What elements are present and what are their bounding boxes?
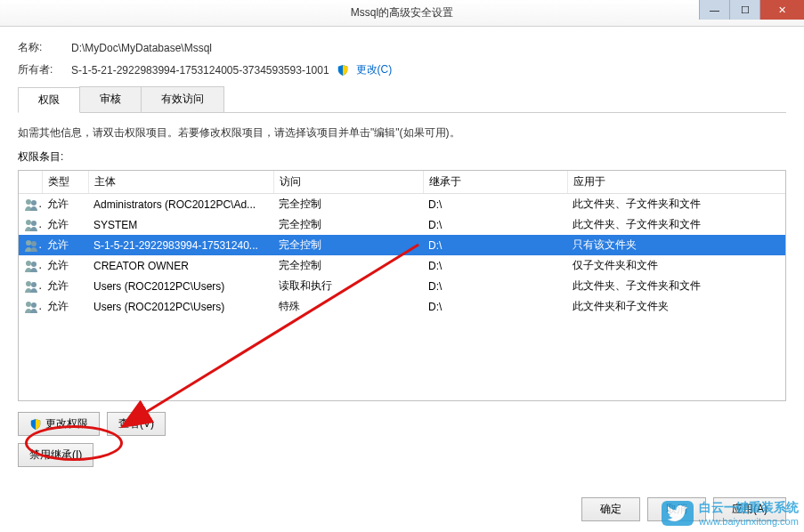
- tab-2[interactable]: 有效访问: [141, 86, 224, 112]
- col-applies-header[interactable]: 应用于: [567, 171, 785, 194]
- shield-icon: [337, 64, 349, 77]
- tabs: 权限审核有效访问: [18, 86, 786, 113]
- col-principal-header[interactable]: 主体: [88, 171, 273, 194]
- svg-point-2: [26, 220, 31, 225]
- window-title: Mssql的高级安全设置: [351, 5, 453, 20]
- table-row[interactable]: 允许CREATOR OWNER完全控制D:\仅子文件夹和文件: [19, 255, 785, 276]
- table-row[interactable]: 允许S-1-5-21-2922983994-17531240...完全控制D:\…: [19, 235, 785, 255]
- instructions-text: 如需其他信息，请双击权限项目。若要修改权限项目，请选择该项目并单击"编辑"(如果…: [18, 125, 786, 141]
- svg-point-9: [31, 282, 37, 287]
- ok-button[interactable]: 确定: [581, 497, 640, 521]
- svg-point-10: [26, 302, 31, 307]
- watermark-logo-icon: [662, 501, 694, 526]
- titlebar: Mssql的高级安全设置 — ☐ ✕: [0, 0, 804, 27]
- table-row[interactable]: 允许Users (ROC2012PC\Users)读取和执行D:\此文件夹、子文…: [19, 276, 785, 296]
- col-icon-header[interactable]: [19, 171, 42, 194]
- ok-label: 确定: [600, 502, 621, 517]
- cell-type: 允许: [42, 276, 88, 296]
- table-row[interactable]: 允许SYSTEM完全控制D:\此文件夹、子文件夹和文件: [19, 214, 785, 235]
- col-type-header[interactable]: 类型: [42, 171, 88, 194]
- cell-applies_to: 此文件夹、子文件夹和文件: [567, 276, 785, 296]
- cell-inherited_from: D:\: [423, 296, 567, 317]
- name-label: 名称:: [18, 40, 71, 55]
- cell-access: 完全控制: [273, 235, 423, 255]
- cell-inherited_from: D:\: [423, 214, 567, 235]
- cell-access: 完全控制: [273, 194, 423, 215]
- cell-principal: SYSTEM: [88, 214, 273, 235]
- cell-access: 读取和执行: [273, 276, 423, 296]
- permissions-list[interactable]: 类型 主体 访问 继承于 应用于 允许Administrators (ROC20…: [18, 170, 786, 401]
- svg-point-3: [31, 221, 37, 226]
- table-row[interactable]: 允许Users (ROC2012PC\Users)特殊D:\此文件夹和子文件夹: [19, 296, 785, 317]
- close-button[interactable]: ✕: [759, 0, 804, 20]
- svg-point-8: [26, 281, 31, 286]
- watermark-text2: www.baiyunxitong.com: [699, 516, 799, 527]
- cell-principal: Users (ROC2012PC\Users): [88, 296, 273, 317]
- users-icon: [24, 238, 38, 253]
- col-access-header[interactable]: 访问: [273, 171, 423, 194]
- cell-applies_to: 此文件夹、子文件夹和文件: [567, 194, 785, 215]
- cell-access: 完全控制: [273, 214, 423, 235]
- cell-inherited_from: D:\: [423, 235, 567, 255]
- cell-principal: Administrators (ROC2012PC\Ad...: [88, 194, 273, 215]
- svg-point-1: [31, 200, 37, 206]
- cell-inherited_from: D:\: [423, 255, 567, 276]
- cell-inherited_from: D:\: [423, 194, 567, 215]
- maximize-button[interactable]: ☐: [729, 0, 759, 20]
- watermark: 白云一键重装系统 www.baiyunxitong.com: [662, 500, 799, 527]
- svg-point-7: [31, 262, 37, 267]
- minimize-button[interactable]: —: [699, 0, 729, 20]
- entries-label: 权限条目:: [18, 149, 786, 165]
- tab-0[interactable]: 权限: [18, 87, 80, 113]
- view-label: 查看(V): [118, 416, 154, 431]
- cell-principal: S-1-5-21-2922983994-17531240...: [88, 235, 273, 255]
- name-value: D:\MyDoc\MyDatabase\Mssql: [71, 42, 212, 54]
- svg-point-0: [26, 199, 31, 205]
- shield-icon: [29, 418, 42, 431]
- users-icon: [24, 197, 38, 212]
- change-owner-link[interactable]: 更改(C): [356, 62, 393, 77]
- cell-access: 特殊: [273, 296, 423, 317]
- users-icon: [24, 218, 38, 232]
- cell-type: 允许: [42, 296, 88, 317]
- cell-inherited_from: D:\: [423, 276, 567, 296]
- users-icon: [24, 279, 38, 294]
- view-button[interactable]: 查看(V): [107, 412, 166, 436]
- cell-type: 允许: [42, 194, 88, 215]
- users-icon: [24, 300, 38, 314]
- cell-access: 完全控制: [273, 255, 423, 276]
- owner-label: 所有者:: [18, 62, 71, 77]
- watermark-text1: 白云一键重装系统: [699, 500, 799, 516]
- cell-principal: Users (ROC2012PC\Users): [88, 276, 273, 296]
- svg-point-4: [26, 240, 31, 246]
- svg-point-5: [31, 241, 37, 246]
- svg-point-11: [31, 302, 37, 308]
- cell-principal: CREATOR OWNER: [88, 255, 273, 276]
- cell-applies_to: 此文件夹、子文件夹和文件: [567, 214, 785, 235]
- owner-value: S-1-5-21-2922983994-1753124005-373459359…: [71, 64, 329, 77]
- change-permissions-label: 更改权限: [45, 416, 88, 431]
- change-permissions-button[interactable]: 更改权限: [18, 412, 100, 436]
- table-row[interactable]: 允许Administrators (ROC2012PC\Ad...完全控制D:\…: [19, 194, 785, 215]
- disable-inheritance-button[interactable]: 禁用继承(I): [18, 443, 93, 467]
- svg-point-6: [26, 261, 31, 266]
- tab-1[interactable]: 审核: [79, 86, 142, 112]
- cell-type: 允许: [42, 235, 88, 255]
- cell-type: 允许: [42, 214, 88, 235]
- window-buttons: — ☐ ✕: [699, 0, 804, 20]
- cell-applies_to: 此文件夹和子文件夹: [567, 296, 785, 317]
- cell-applies_to: 仅子文件夹和文件: [567, 255, 785, 276]
- users-icon: [24, 259, 38, 273]
- cell-applies_to: 只有该文件夹: [567, 235, 785, 255]
- col-inherited-header[interactable]: 继承于: [423, 171, 567, 194]
- cell-type: 允许: [42, 255, 88, 276]
- disable-inheritance-label: 禁用继承(I): [29, 447, 82, 463]
